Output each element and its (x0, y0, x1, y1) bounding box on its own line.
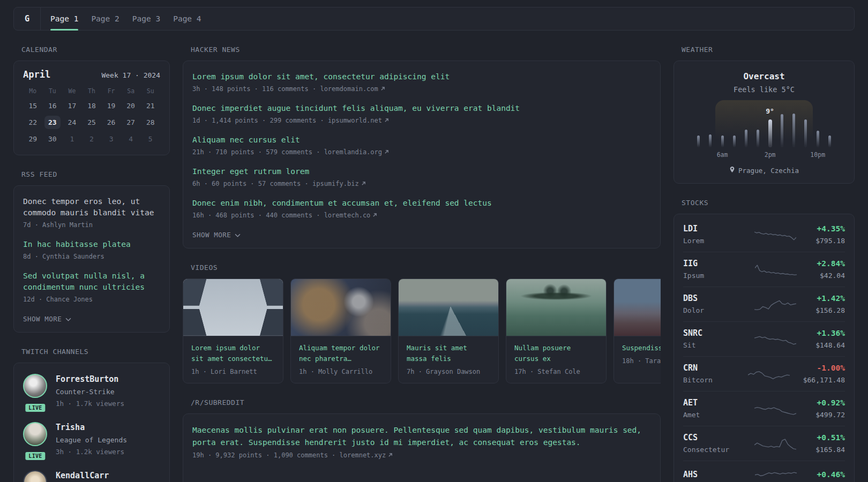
hackernews-item-domain-link[interactable]: loremdomain.com (320, 85, 385, 93)
video-title[interactable]: Suspendisse diam (622, 343, 661, 353)
hackernews-list: Lorem ipsum dolor sit amet, consectetur … (192, 71, 651, 219)
stock-row[interactable]: AHS+0.46% (683, 461, 845, 482)
tab-label: Page 2 (91, 14, 119, 23)
subreddit-post-item-title[interactable]: Maecenas mollis pulvinar erat non posuer… (192, 424, 651, 449)
twitch-card: LIVEForrestBurtonCounter-Strike1h · 1.7k… (13, 363, 170, 482)
hackernews-card: Lorem ipsum dolor sit amet, consectetur … (183, 61, 661, 248)
stock-change: +0.92% (815, 397, 845, 409)
hackernews-item-title[interactable]: Integer eget rutrum lorem (192, 166, 651, 177)
dashboard-grid: CALENDAR April Week 17 · 2024 MoTuWeThFr… (13, 46, 855, 482)
calendar-day: 5 (143, 132, 159, 146)
tab-page-2[interactable]: Page 2 (91, 7, 119, 30)
hackernews-item-domain: loremdomain.com (320, 85, 378, 93)
rss-list: Donec tempor eros leo, ut commodo mauris… (23, 196, 160, 303)
stock-row[interactable]: CCSConsectetur+0.51%$165.84 (683, 426, 845, 461)
stock-row[interactable]: IIGIpsum+2.84%$42.04 (683, 252, 845, 287)
stock-row[interactable]: CRNBitcorn-1.00%$66,171.48 (683, 356, 845, 391)
video-title[interactable]: Nullam posuere cursus ex (514, 343, 598, 364)
stock-row[interactable]: SNRCSit+1.36%$148.64 (683, 321, 845, 356)
weather-bar (817, 131, 819, 147)
stock-symbol: AHS (683, 469, 735, 480)
weather-bar (804, 119, 807, 147)
video-thumbnail[interactable] (291, 279, 391, 336)
calendar-card: April Week 17 · 2024 MoTuWeThFrSaSu 1516… (13, 61, 170, 155)
stock-price: $795.18 (815, 236, 845, 246)
calendar-day: 18 (84, 99, 100, 112)
stock-row[interactable]: LDILorem+4.35%$795.18 (683, 217, 845, 252)
daylight-glow (715, 100, 813, 146)
hackernews-item-domain-link[interactable]: loremlandia.org (324, 148, 389, 156)
twitch-channel-name: ForrestBurton (56, 374, 124, 385)
video-thumbnail[interactable] (399, 279, 498, 336)
subreddit-post-item-domain-link[interactable]: loremnet.xyz (340, 451, 393, 459)
hackernews-item-domain-link[interactable]: ipsumworld.net (328, 117, 389, 124)
stock-name: Consectetur (683, 445, 735, 455)
twitch-channel-game: Counter-Strike (56, 387, 124, 397)
rss-show-more-label: SHOW MORE (23, 315, 62, 323)
hackernews-show-more-label: SHOW MORE (192, 231, 231, 239)
twitch-channel-row[interactable]: KendallCarr (23, 470, 160, 482)
stock-price: $165.84 (815, 445, 845, 455)
calendar-day: 15 (25, 99, 41, 112)
video-card: Aliquam tempor dolor nec pharetra…1h · M… (290, 278, 391, 383)
stock-row[interactable]: DBSDolor+1.42%$156.28 (683, 287, 845, 321)
hackernews-item-meta: 21h · 710 points · 579 comments · loreml… (192, 148, 651, 156)
calendar-days: 1516171819202122232425262728293012345 (23, 99, 160, 146)
hackernews-item-stats: 16h · 468 points · 440 comments · (192, 212, 324, 219)
avatar (23, 374, 47, 398)
rss-item-title[interactable]: Donec tempor eros leo, ut commodo mauris… (23, 196, 160, 219)
video-title[interactable]: Mauris sit amet massa felis (407, 343, 490, 364)
hackernews-item-domain-link[interactable]: ipsumify.biz (312, 180, 366, 187)
stock-row[interactable]: AETAmet+0.92%$499.72 (683, 391, 845, 426)
video-thumbnail[interactable] (506, 279, 606, 336)
current-temp-label: 9° (766, 107, 774, 115)
calendar-widget: CALENDAR April Week 17 · 2024 MoTuWeThFr… (13, 46, 170, 155)
tab-page-1[interactable]: Page 1 (50, 7, 78, 30)
twitch-channel-game: League of Legends (56, 435, 127, 446)
weather-section-label: WEATHER (682, 46, 855, 54)
avatar (23, 422, 47, 446)
stock-symbol: AET (683, 397, 735, 409)
stock-name: Sit (683, 340, 735, 350)
rss-show-more-button[interactable]: SHOW MORE (23, 315, 71, 323)
twitch-channel-row[interactable]: LIVEForrestBurtonCounter-Strike1h · 1.7k… (23, 374, 160, 409)
hackernews-item-title[interactable]: Donec enim nibh, condimentum et accumsan… (192, 198, 651, 209)
calendar-dow-label: Mo (29, 87, 36, 95)
stock-info: AETAmet (683, 397, 735, 420)
video-title[interactable]: Lorem ipsum dolor sit amet consectetu… (191, 343, 275, 364)
video-thumbnail[interactable] (614, 279, 661, 336)
stock-sparkline (755, 261, 797, 277)
twitch-channel-info: TrishaLeague of Legends3h · 1.2k viewers (56, 422, 127, 457)
hackernews-show-more-button[interactable]: SHOW MORE (192, 231, 241, 239)
stock-values: +1.36%$148.64 (815, 328, 845, 350)
calendar-dow-label: Su (147, 87, 154, 95)
video-thumbnail[interactable] (183, 279, 283, 336)
calendar-dow-label: Sa (127, 87, 134, 95)
app-logo[interactable]: G (14, 7, 41, 30)
video-card: Nullam posuere cursus ex17h · Stefan Col… (506, 278, 607, 383)
tab-label: Page 1 (50, 14, 78, 23)
tab-page-3[interactable]: Page 3 (132, 7, 160, 30)
stocks-section-label: STOCKS (682, 199, 855, 207)
stock-info: DBSDolor (683, 293, 735, 315)
hackernews-item-title[interactable]: Aliquam nec cursus elit (192, 134, 651, 146)
twitch-channel-row[interactable]: LIVETrishaLeague of Legends3h · 1.2k vie… (23, 422, 160, 457)
stock-info: IIGIpsum (683, 258, 735, 281)
hackernews-item: Donec enim nibh, condimentum et accumsan… (192, 198, 651, 219)
video-title[interactable]: Aliquam tempor dolor nec pharetra… (299, 343, 383, 364)
stock-symbol: CCS (683, 432, 735, 443)
hackernews-item-stats: 3h · 148 points · 116 comments · (192, 85, 320, 93)
hackernews-item-stats: 1d · 1,414 points · 299 comments · (192, 117, 328, 124)
active-tab-underline (50, 29, 78, 31)
rss-item: In hac habitasse platea8d · Cynthia Saun… (23, 239, 160, 260)
hackernews-item-title[interactable]: Lorem ipsum dolor sit amet, consectetur … (192, 71, 651, 82)
stock-sparkline (754, 296, 796, 312)
video-card-body: Mauris sit amet massa felis7h · Grayson … (399, 336, 498, 383)
rss-item-title[interactable]: Sed volutpat nulla nisl, a condimentum n… (23, 270, 160, 293)
calendar-day: 27 (123, 116, 139, 129)
tab-page-4[interactable]: Page 4 (173, 7, 201, 30)
hackernews-item-title[interactable]: Donec imperdiet augue tincidunt felis al… (192, 103, 651, 114)
rss-item-title[interactable]: In hac habitasse platea (23, 239, 160, 250)
calendar-month: April (23, 69, 50, 80)
hackernews-item-domain-link[interactable]: loremtech.co (324, 212, 378, 219)
